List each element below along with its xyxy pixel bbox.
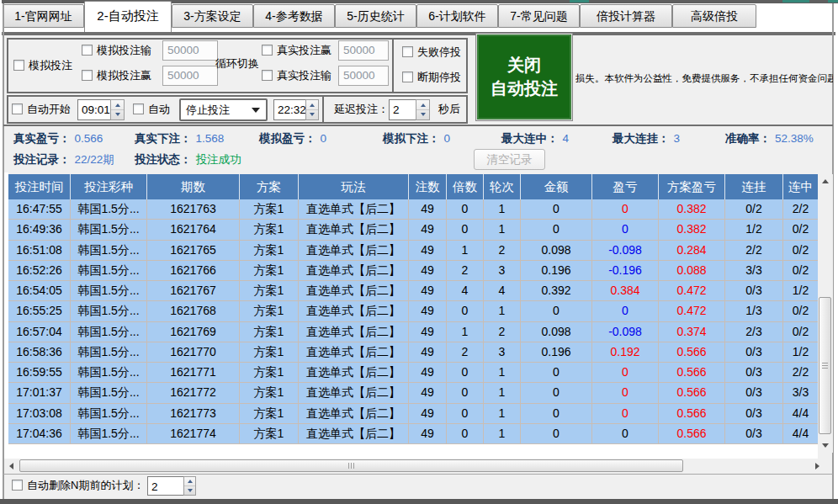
scroll-left-button[interactable] bbox=[4, 459, 18, 473]
cell-multiple: 0 bbox=[447, 199, 484, 219]
cell-multiple: 0 bbox=[447, 363, 484, 382]
real-win-checkbox[interactable] bbox=[262, 45, 273, 56]
auto-checkbox[interactable] bbox=[133, 103, 144, 114]
start-time-input[interactable]: 09:01 bbox=[77, 99, 111, 120]
cell-time: 16:47:55 bbox=[8, 199, 71, 219]
cell-plan_profit: 0.472 bbox=[659, 301, 725, 321]
start-time-stepper[interactable] bbox=[110, 99, 125, 120]
clear-records-button[interactable]: 清空记录 bbox=[474, 149, 545, 170]
tab-5[interactable]: 5-历史统计 bbox=[335, 4, 416, 28]
column-header[interactable]: 投注时间 bbox=[8, 174, 71, 199]
cell-bets: 49 bbox=[409, 383, 447, 402]
cell-round: 4 bbox=[484, 281, 521, 300]
column-header[interactable]: 倍数 bbox=[447, 174, 484, 199]
cell-multiple: 4 bbox=[447, 281, 484, 300]
cell-profit: -0.196 bbox=[592, 261, 659, 280]
cell-streak_lose: 2/3 bbox=[725, 322, 783, 342]
cell-streak_lose: 0/3 bbox=[725, 424, 783, 443]
table-row[interactable]: 16:55:25韩国1.5分...1621768方案1直选单式【后二】49010… bbox=[8, 301, 818, 321]
stop-time-input[interactable]: 22:32 bbox=[273, 99, 306, 120]
cell-plan_profit: 0.566 bbox=[659, 342, 725, 362]
cell-plan_profit: 0.382 bbox=[659, 220, 725, 239]
column-header[interactable]: 轮次 bbox=[484, 174, 521, 199]
table-row[interactable]: 17:03:08韩国1.5分...1621773方案1直选单式【后二】49010… bbox=[8, 404, 818, 424]
sim-lose-checkbox[interactable] bbox=[82, 45, 93, 56]
auto-delete-stepper[interactable] bbox=[183, 476, 196, 496]
horizontal-scroll-thumb[interactable] bbox=[19, 459, 683, 472]
stat-item: 真实下注：1.568 bbox=[135, 131, 224, 146]
cell-bets: 49 bbox=[409, 342, 447, 362]
cell-time: 16:59:55 bbox=[8, 363, 71, 382]
tab-4[interactable]: 4-参考数据 bbox=[253, 4, 335, 28]
cell-plan_profit: 0.472 bbox=[659, 281, 725, 300]
tab-7[interactable]: 7-常见问题 bbox=[498, 4, 580, 28]
tab-8[interactable]: 倍投计算器 bbox=[580, 4, 672, 28]
auto-start-checkbox[interactable] bbox=[12, 103, 23, 114]
delay-stepper[interactable] bbox=[416, 99, 430, 120]
real-lose-checkbox[interactable] bbox=[262, 70, 273, 81]
tab-6[interactable]: 6-计划软件 bbox=[416, 4, 498, 28]
table-row[interactable]: 17:01:37韩国1.5分...1621772方案1直选单式【后二】49010… bbox=[8, 383, 818, 403]
table-row[interactable]: 16:57:04韩国1.5分...1621769方案1直选单式【后二】49120… bbox=[8, 322, 818, 342]
column-header[interactable]: 期数 bbox=[147, 174, 240, 199]
table-row[interactable]: 16:54:05韩国1.5分...1621767方案1直选单式【后二】49440… bbox=[8, 281, 818, 301]
cell-plan: 方案1 bbox=[240, 301, 299, 321]
cell-multiple: 0 bbox=[447, 220, 484, 239]
cell-profit: 0 bbox=[592, 301, 659, 321]
stats-divider bbox=[3, 125, 833, 126]
vertical-scroll-thumb[interactable] bbox=[819, 297, 831, 434]
table-row[interactable]: 16:58:36韩国1.5分...1621770方案1直选单式【后二】49230… bbox=[8, 342, 818, 363]
tab-2[interactable]: 2-自动投注 bbox=[84, 1, 172, 32]
auto-delete-input[interactable]: 2 bbox=[147, 476, 184, 496]
column-header[interactable]: 盈亏 bbox=[592, 174, 659, 199]
cell-plan: 方案1 bbox=[240, 363, 299, 382]
stop-mode-select[interactable]: 停止投注 bbox=[179, 98, 268, 121]
delay-input[interactable]: 2 bbox=[389, 99, 416, 120]
real-lose-input[interactable]: 50000 bbox=[338, 66, 389, 86]
column-header[interactable]: 投注彩种 bbox=[71, 174, 147, 199]
stop-time-stepper[interactable] bbox=[305, 99, 319, 120]
cell-profit: 0 bbox=[592, 220, 659, 239]
scroll-down-button[interactable] bbox=[818, 438, 833, 453]
column-header[interactable]: 注数 bbox=[409, 174, 447, 199]
sim-lose-input[interactable]: 50000 bbox=[162, 40, 218, 61]
stat-item: 最大连挂：3 bbox=[613, 131, 680, 146]
column-header[interactable]: 金额 bbox=[521, 174, 592, 199]
table-row[interactable]: 16:47:55韩国1.5分...1621763方案1直选单式【后二】49010… bbox=[8, 199, 818, 220]
column-header[interactable]: 玩法 bbox=[299, 174, 409, 199]
close-auto-bet-button[interactable]: 关闭 自动投注 bbox=[475, 33, 573, 121]
column-header[interactable]: 连挂 bbox=[725, 174, 783, 199]
cell-period: 1621771 bbox=[147, 363, 240, 382]
cell-multiple: 2 bbox=[447, 261, 484, 280]
fail-stop-checkbox[interactable] bbox=[402, 46, 413, 57]
break-stop-checkbox[interactable] bbox=[402, 72, 413, 82]
tab-1[interactable]: 1-官网网址 bbox=[3, 4, 84, 28]
cell-lottery: 韩国1.5分... bbox=[71, 261, 147, 280]
table-row[interactable]: 16:52:26韩国1.5分...1621766方案1直选单式【后二】49230… bbox=[8, 261, 818, 281]
auto-delete-checkbox[interactable] bbox=[12, 480, 23, 491]
table-row[interactable]: 16:51:08韩国1.5分...1621765方案1直选单式【后二】49120… bbox=[8, 241, 818, 261]
real-win-input[interactable]: 50000 bbox=[338, 40, 389, 61]
cell-period: 1621774 bbox=[147, 424, 240, 443]
tab-9[interactable]: 高级倍投 bbox=[672, 4, 756, 28]
column-header[interactable]: 方案盈亏 bbox=[659, 174, 725, 199]
table-row[interactable]: 17:04:36韩国1.5分...1621774方案1直选单式【后二】49010… bbox=[8, 424, 818, 444]
cell-bets: 49 bbox=[409, 199, 447, 219]
auto-start-label: 自动开始 bbox=[27, 103, 71, 116]
table-row[interactable]: 16:49:36韩国1.5分...1621764方案1直选单式【后二】49010… bbox=[8, 220, 818, 240]
sim-win-checkbox[interactable] bbox=[82, 70, 93, 81]
sim-win-input[interactable]: 50000 bbox=[162, 66, 218, 86]
tab-3[interactable]: 3-方案设定 bbox=[172, 4, 253, 28]
column-header[interactable]: 连中 bbox=[783, 174, 818, 199]
column-header[interactable]: 方案 bbox=[240, 174, 299, 199]
cell-profit: 0 bbox=[592, 383, 659, 402]
sim-bet-checkbox[interactable] bbox=[13, 60, 24, 71]
table-row[interactable]: 16:59:55韩国1.5分...1621771方案1直选单式【后二】49010… bbox=[8, 363, 818, 383]
cell-lottery: 韩国1.5分... bbox=[71, 363, 147, 382]
cell-amount: 0 bbox=[521, 220, 592, 239]
scroll-up-button[interactable] bbox=[818, 174, 833, 188]
cell-round: 1 bbox=[484, 220, 521, 239]
close-auto-bet-line1: 关闭 bbox=[476, 53, 572, 77]
cell-lottery: 韩国1.5分... bbox=[71, 199, 147, 219]
scroll-right-button[interactable] bbox=[810, 459, 824, 473]
